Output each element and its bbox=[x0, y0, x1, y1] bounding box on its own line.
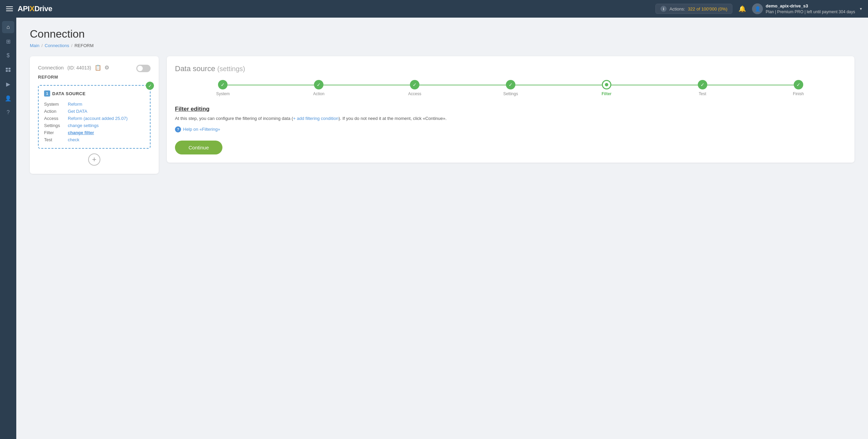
svg-rect-0 bbox=[6, 68, 8, 69]
table-row: System Reform bbox=[44, 101, 144, 108]
actions-badge: i Actions: 322 of 100'000 (0%) bbox=[655, 4, 732, 14]
breadcrumb-main[interactable]: Main bbox=[30, 43, 39, 48]
datasource-check: ✓ bbox=[146, 82, 154, 90]
svg-rect-2 bbox=[6, 70, 8, 72]
table-row: Test check bbox=[44, 136, 144, 143]
step-system: ✓ System bbox=[175, 80, 271, 96]
logo-x: X bbox=[29, 4, 34, 13]
toggle-switch[interactable] bbox=[136, 65, 151, 72]
data-source-title: Data source (settings) bbox=[175, 64, 846, 73]
data-source-title-main: Data source bbox=[175, 64, 215, 73]
sidebar-item-tools[interactable] bbox=[2, 64, 14, 76]
table-row: Access Reform (account added 25.07) bbox=[44, 115, 144, 122]
sidebar-item-user[interactable]: 👤 bbox=[2, 92, 14, 104]
step-settings: ✓ Settings bbox=[463, 80, 559, 96]
filter-desc-before: At this step, you can configure the filt… bbox=[175, 116, 293, 121]
copy-icon[interactable]: 📋 bbox=[95, 65, 101, 70]
help-link-row: ? Help on «Filtering» bbox=[175, 126, 846, 132]
step-label-test: Test bbox=[699, 91, 706, 96]
sidebar-item-help[interactable]: ? bbox=[2, 106, 14, 119]
filter-desc: At this step, you can configure the filt… bbox=[175, 115, 846, 122]
step-label-access: Access bbox=[408, 91, 421, 96]
sidebar-item-home[interactable]: ⌂ bbox=[2, 21, 14, 33]
page-content: Connection Main / Connections / REFORM C… bbox=[16, 18, 868, 439]
step-action: ✓ Action bbox=[271, 80, 367, 96]
bell-icon[interactable]: 🔔 bbox=[738, 5, 746, 13]
user-section[interactable]: 👤 demo_apix-drive_s3 Plan | Premium PRO … bbox=[752, 3, 862, 15]
row-key-filter: Filter bbox=[44, 130, 68, 135]
step-label-system: System bbox=[216, 91, 230, 96]
help-icon: ? bbox=[175, 126, 181, 132]
data-source-title-sub: (settings) bbox=[217, 65, 245, 72]
logo: APIXDrive bbox=[18, 4, 52, 13]
topnav: APIXDrive i Actions: 322 of 100'000 (0%)… bbox=[0, 0, 868, 18]
svg-rect-1 bbox=[8, 68, 11, 69]
filter-desc-after: ). If you do not need it at the moment, … bbox=[338, 116, 447, 121]
logo-drive: Drive bbox=[34, 4, 52, 13]
row-val-filter[interactable]: change filter bbox=[68, 130, 94, 135]
settings-icon[interactable]: ⚙ bbox=[104, 65, 109, 70]
breadcrumb-connections[interactable]: Connections bbox=[45, 43, 69, 48]
svg-rect-3 bbox=[8, 70, 11, 72]
card-id: (ID: 44013) bbox=[67, 65, 91, 70]
continue-button[interactable]: Continue bbox=[175, 141, 222, 154]
help-filtering-link[interactable]: Help on «Filtering» bbox=[183, 127, 220, 132]
breadcrumb-current: REFORM bbox=[75, 43, 94, 48]
step-label-settings: Settings bbox=[503, 91, 518, 96]
row-key-settings: Settings bbox=[44, 123, 68, 128]
breadcrumb: Main / Connections / REFORM bbox=[30, 43, 854, 48]
chevron-down-icon: ▾ bbox=[860, 6, 862, 11]
user-name: demo_apix-drive_s3 bbox=[766, 3, 855, 9]
card-top-row: Connection (ID: 44013) 📋 ⚙ bbox=[38, 64, 151, 72]
right-card: Data source (settings) ✓ System ✓ Action bbox=[167, 56, 854, 163]
row-val-test[interactable]: check bbox=[68, 137, 79, 142]
step-label-finish: Finish bbox=[793, 91, 804, 96]
step-circle-filter bbox=[602, 80, 611, 89]
step-circle-settings: ✓ bbox=[506, 80, 515, 89]
row-key-test: Test bbox=[44, 137, 68, 142]
sidebar: ⌂ ⊞ $ ▶ 👤 ? bbox=[0, 18, 16, 439]
table-row: Action Get DATA bbox=[44, 108, 144, 115]
topnav-icons: 🔔 👤 demo_apix-drive_s3 Plan | Premium PR… bbox=[738, 3, 862, 15]
step-circle-access: ✓ bbox=[410, 80, 419, 89]
breadcrumb-sep2: / bbox=[71, 43, 73, 48]
step-circle-system: ✓ bbox=[218, 80, 228, 89]
filter-title: Filter editing bbox=[175, 106, 846, 112]
datasource-num: 1 bbox=[44, 90, 50, 97]
row-val-settings[interactable]: change settings bbox=[68, 123, 99, 128]
step-circle-test: ✓ bbox=[698, 80, 707, 89]
info-icon: i bbox=[660, 6, 667, 12]
datasource-label: DATA SOURCE bbox=[52, 91, 85, 96]
row-val-system[interactable]: Reform bbox=[68, 102, 82, 107]
steps: ✓ System ✓ Action ✓ Access bbox=[175, 80, 846, 96]
sidebar-item-grid[interactable]: ⊞ bbox=[2, 35, 14, 47]
avatar: 👤 bbox=[752, 3, 763, 14]
actions-count: 322 of 100'000 (0%) bbox=[688, 6, 728, 12]
page-title: Connection bbox=[30, 28, 854, 40]
user-info: demo_apix-drive_s3 Plan | Premium PRO | … bbox=[766, 3, 855, 15]
connection-name: REFORM bbox=[38, 75, 151, 80]
sidebar-item-play[interactable]: ▶ bbox=[2, 78, 14, 90]
card-header: Connection (ID: 44013) 📋 ⚙ bbox=[38, 64, 109, 71]
row-key-system: System bbox=[44, 102, 68, 107]
step-circle-finish: ✓ bbox=[794, 80, 803, 89]
step-circle-action: ✓ bbox=[314, 80, 323, 89]
breadcrumb-sep1: / bbox=[41, 43, 43, 48]
step-filter: Filter bbox=[558, 80, 654, 96]
datasource-rows: System Reform Action Get DATA Access Ref… bbox=[44, 101, 144, 143]
main-layout: ⌂ ⊞ $ ▶ 👤 ? Connection Main / Connection… bbox=[0, 18, 868, 439]
add-datasource-button[interactable]: + bbox=[88, 153, 100, 166]
sidebar-item-billing[interactable]: $ bbox=[2, 49, 14, 62]
hamburger-menu[interactable] bbox=[6, 6, 13, 11]
datasource-box: ✓ 1 DATA SOURCE System Reform Action Get… bbox=[38, 85, 151, 149]
step-test: ✓ Test bbox=[654, 80, 750, 96]
step-label-action: Action bbox=[313, 91, 324, 96]
row-key-action: Action bbox=[44, 109, 68, 114]
step-label-filter: Filter bbox=[601, 91, 611, 96]
row-val-access[interactable]: Reform (account added 25.07) bbox=[68, 116, 127, 121]
step-finish: ✓ Finish bbox=[750, 80, 846, 96]
add-filter-link[interactable]: + add filtering condition bbox=[293, 116, 338, 121]
row-val-action[interactable]: Get DATA bbox=[68, 109, 87, 114]
row-key-access: Access bbox=[44, 116, 68, 121]
actions-label: Actions: bbox=[669, 6, 685, 12]
